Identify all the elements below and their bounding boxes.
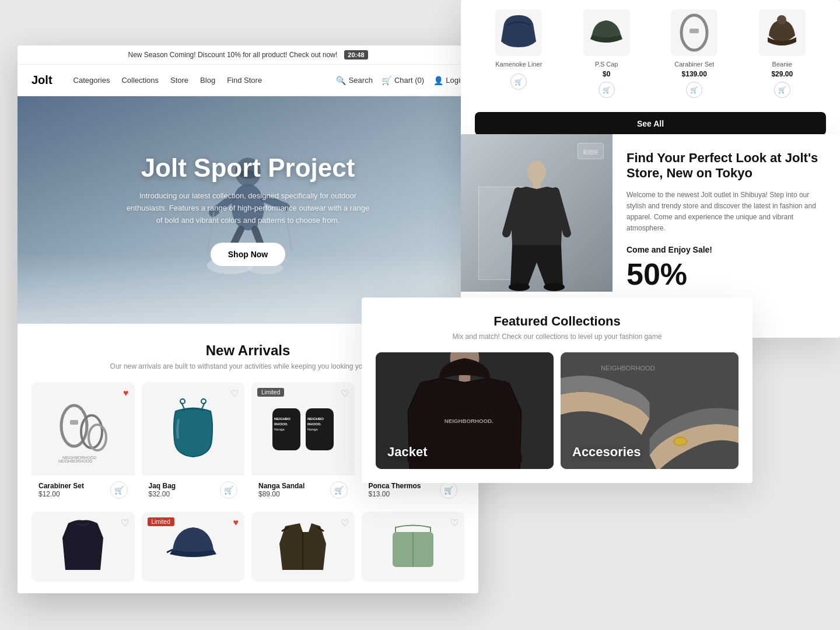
svg-point-43	[527, 160, 546, 184]
svg-rect-41	[690, 29, 699, 33]
nav-collections[interactable]: Collections	[121, 76, 159, 85]
top-products-card: Kamenoke Liner 🛒 P.S Cap $0	[461, 0, 840, 149]
product-image-carabiner: ♥ NEIGHBORHOOD NEIGHBORHOOD	[32, 382, 135, 475]
wishlist-heart-1[interactable]: ♥	[123, 388, 129, 398]
store-sign-text: 新宿区	[583, 149, 598, 155]
cart-icon-liner: 🛒	[514, 78, 523, 86]
product-image-vest: ♡	[32, 512, 135, 582]
svg-point-15	[81, 415, 102, 448]
top-products-grid: Kamenoke Liner 🛒 P.S Cap $0	[475, 0, 826, 107]
svg-text:NEIGHBORHOOD: NEIGHBORHOOD	[62, 456, 96, 460]
add-to-cart-2[interactable]: 🛒	[220, 481, 237, 499]
featured-collections-subtitle: Mix and match! Check our collections to …	[376, 332, 738, 341]
nav-categories[interactable]: Categories	[74, 76, 110, 85]
top-product-name-ps-cap: P.S Cap	[595, 61, 618, 68]
announcement-text: New Season Coming! Discount 10% for all …	[128, 51, 338, 59]
svg-rect-44	[533, 182, 541, 189]
featured-collections-title: Featured Collections	[376, 314, 738, 329]
hero-content: Jolt Sport Project Introducing our lates…	[90, 154, 405, 267]
top-product-price-beanie: $29.00	[771, 70, 793, 78]
wishlist-heart-3[interactable]: ♡	[341, 388, 349, 399]
store-promo-title: Find Your Perfect Look at Jolt's Store, …	[626, 150, 826, 181]
cart-icon-carabiner: 🛒	[690, 86, 698, 94]
product-info-1: Carabiner Set $12.00 🛒	[32, 475, 135, 505]
svg-text:NEIGHBORHOOD.: NEIGHBORHOOD.	[444, 418, 494, 424]
top-product-liner: Kamenoke Liner 🛒	[475, 0, 563, 107]
product-price-3: $89.00	[258, 490, 304, 498]
wishlist-heart-2[interactable]: ♡	[230, 388, 239, 399]
product-info-2: Jaq Bag $32.00 🛒	[142, 475, 245, 505]
featured-jacket-item[interactable]: NEIGHBORHOOD. Jacket	[376, 352, 554, 469]
svg-rect-14	[70, 420, 78, 425]
store-promo-desc: Welcome to the newest Jolt outlet in Shi…	[626, 190, 826, 235]
svg-point-56	[674, 438, 687, 446]
featured-collections-grid: NEIGHBORHOOD. Jacket	[376, 352, 738, 469]
top-product-name-beanie: Beanie	[772, 61, 792, 68]
top-product-img-beanie	[759, 9, 806, 56]
top-product-name-liner: Kamenoke Liner	[495, 61, 542, 68]
discount-percentage: 50%	[626, 259, 826, 289]
product-card-carabiner: ♥ NEIGHBORHOOD NEIGHBORHOOD	[32, 382, 135, 505]
top-product-price-carabiner: $139.00	[682, 70, 707, 78]
product-name-2: Jaq Bag	[149, 482, 176, 490]
add-to-cart-3[interactable]: 🛒	[330, 481, 348, 499]
product-image-jaq-bag: ♡	[142, 382, 245, 475]
product-name-1: Carabiner Set	[38, 482, 84, 490]
shop-now-button[interactable]: Shop Now	[211, 243, 285, 266]
top-product-img-ps-cap	[583, 9, 630, 56]
svg-point-22	[201, 399, 206, 404]
search-icon: 🔍	[337, 76, 346, 85]
wishlist-heart-6[interactable]: ♥	[233, 517, 239, 528]
cart-icon-1: 🛒	[114, 486, 124, 495]
see-all-button[interactable]: See All	[475, 112, 826, 135]
nav-blog[interactable]: Blog	[200, 76, 215, 85]
cart-icon-beanie: 🛒	[778, 86, 786, 94]
add-to-cart-1[interactable]: 🛒	[110, 481, 128, 499]
top-cart-btn-carabiner[interactable]: 🛒	[686, 82, 702, 98]
top-product-name-carabiner: Carabiner Set	[674, 61, 714, 68]
wishlist-heart-7[interactable]: ♡	[341, 517, 349, 528]
limited-badge-6: Limited	[148, 517, 174, 526]
come-enjoy-label: Come and Enjoy Sale!	[626, 245, 826, 254]
top-product-price-ps-cap: $0	[603, 70, 610, 78]
svg-text:NEIGHBORHOOD: NEIGHBORHOOD	[601, 365, 654, 372]
top-product-carabiner: Carabiner Set $139.00 🛒	[650, 0, 738, 107]
store-promo-image: 新宿区	[461, 134, 612, 292]
svg-point-42	[777, 15, 786, 24]
cart-icon-3: 🛒	[334, 486, 344, 495]
product-image-jacket: ♡	[251, 512, 355, 582]
product-name-3: Nanga Sandal	[258, 482, 304, 490]
hero-title: Jolt Sport Project	[125, 154, 370, 182]
product-image-nanga-sandal: Limited ♡ NEIGHBO RHOOD. Nanga NEIGHBO R…	[251, 382, 355, 475]
page-wrapper: New Season Coming! Discount 10% for all …	[0, 0, 840, 630]
top-product-img-liner	[495, 9, 542, 56]
top-cart-btn-ps-cap[interactable]: 🛒	[598, 82, 615, 98]
featured-collections-card: Featured Collections Mix and match! Chec…	[362, 298, 752, 483]
top-product-ps-cap: P.S Cap $0 🛒	[563, 0, 651, 107]
wishlist-heart-5[interactable]: ♡	[121, 517, 129, 528]
mannequin-figure	[496, 158, 578, 292]
top-cart-btn-beanie[interactable]: 🛒	[774, 82, 790, 98]
cart-icon-ps-cap: 🛒	[603, 86, 611, 94]
product-card-jaq-bag: ♡	[142, 382, 245, 505]
nav-store[interactable]: Store	[170, 76, 188, 85]
product-card-nanga-sandal: Limited ♡ NEIGHBO RHOOD. Nanga NEIGHBO R…	[251, 382, 355, 505]
nav-find-store[interactable]: Find Store	[227, 76, 262, 85]
right-panel: Kamenoke Liner 🛒 P.S Cap $0	[362, 0, 840, 630]
svg-text:RHOOD.: RHOOD.	[307, 422, 321, 426]
svg-point-21	[180, 399, 185, 404]
featured-accessories-item[interactable]: NEIGHBORHOOD Accesories	[561, 352, 738, 469]
top-cart-btn-liner[interactable]: 🛒	[510, 74, 527, 90]
product-card-cap: Limited ♥	[142, 512, 245, 582]
hero-subtitle: Introducing our latest collection, desig…	[125, 190, 370, 226]
product-price-2: $32.00	[149, 490, 176, 498]
site-logo[interactable]: Jolt	[32, 74, 52, 87]
product-card-vest: ♡	[32, 512, 135, 582]
svg-text:RHOOD.: RHOOD.	[274, 422, 288, 426]
svg-text:Nanga: Nanga	[307, 428, 318, 431]
product-info-3: Nanga Sandal $89.00 🛒	[251, 475, 355, 505]
product-image-cap: Limited ♥	[142, 512, 245, 582]
limited-badge-3: Limited	[257, 388, 284, 397]
svg-point-48	[544, 283, 565, 291]
store-sign: 新宿区	[578, 143, 604, 159]
